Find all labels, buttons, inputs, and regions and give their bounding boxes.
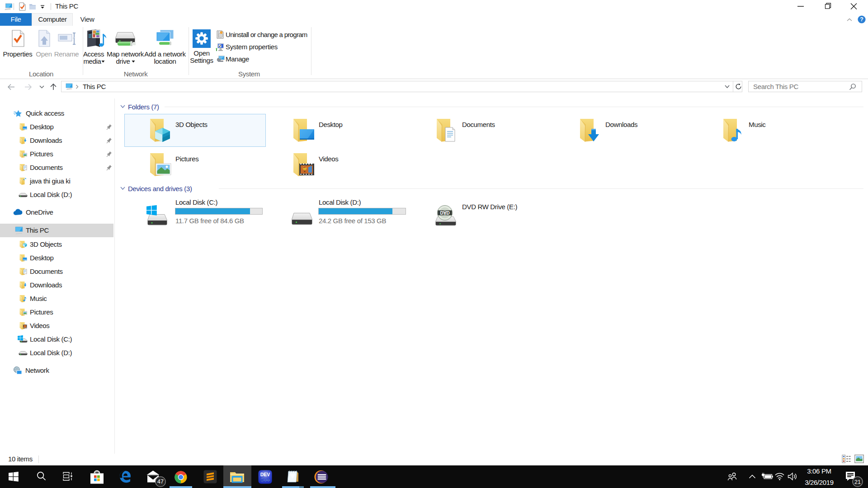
svg-text:C++: C++ (260, 477, 270, 483)
svg-text:DEV: DEV (260, 472, 270, 477)
svg-text:?: ? (860, 16, 863, 23)
svg-text:47: 47 (157, 479, 164, 485)
svg-text:21: 21 (854, 479, 861, 485)
svg-text:D: D (440, 211, 443, 216)
svg-text:D: D (446, 211, 449, 216)
